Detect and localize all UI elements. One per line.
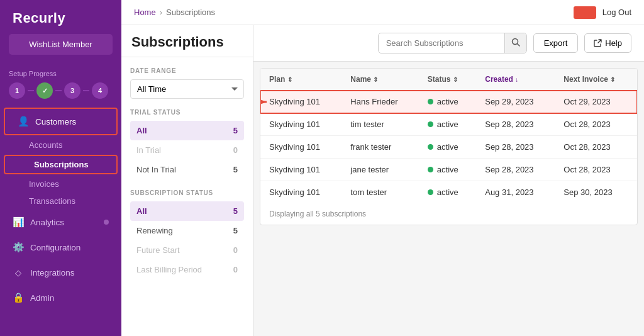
future-start-label: Future Start <box>136 245 180 255</box>
help-button[interactable]: Help <box>584 33 631 53</box>
sidebar-item-integrations[interactable]: ◇ Integrations <box>0 260 121 285</box>
col-next-invoice[interactable]: Next Invoice ⇕ <box>555 69 637 91</box>
trial-status-label: TRIAL STATUS <box>130 109 244 116</box>
status-dot <box>428 144 433 150</box>
search-button[interactable] <box>504 33 526 53</box>
subscription-status-options: All 5 Renewing 5 Future Start 0 Last B <box>130 201 244 279</box>
cell-created: Sep 29, 2023 <box>476 91 555 113</box>
cell-next-invoice: Oct 28, 2023 <box>555 136 637 159</box>
help-label: Help <box>605 38 622 48</box>
renewing-count: 5 <box>233 226 238 235</box>
step-4[interactable]: 4 <box>92 82 108 99</box>
setup-progress: Setup Progress 1 ✓ 3 4 <box>0 65 121 106</box>
configuration-label: Configuration <box>30 243 80 252</box>
page-title: Subscriptions <box>131 34 243 50</box>
cell-created: Sep 28, 2023 <box>476 136 555 159</box>
customers-icon: 👤 <box>18 116 29 127</box>
step-1[interactable]: 1 <box>9 82 25 99</box>
last-billing-count: 0 <box>233 265 238 274</box>
step-connector-2 <box>55 90 62 91</box>
topbar: Home › Subscriptions Log Out <box>121 0 644 25</box>
left-panel: Subscriptions DATE RANGE All Time TRIAL … <box>121 25 253 336</box>
in-trial-count: 0 <box>233 145 238 155</box>
logout-button[interactable]: Log Out <box>602 8 631 17</box>
sub-status-renewing[interactable]: Renewing 5 <box>130 221 244 240</box>
table-row[interactable]: Skydiving 101 frank tester active Sep 28… <box>260 136 637 159</box>
sidebar-item-admin[interactable]: 🔒 Admin <box>0 285 121 310</box>
cell-name: jane tester <box>341 159 418 181</box>
sub-status-last-billing: Last Billing Period 0 <box>130 260 244 279</box>
search-bar <box>378 33 527 53</box>
sidebar-item-customers[interactable]: 👤 Customers <box>5 109 116 134</box>
customers-label: Customers <box>35 117 76 126</box>
trial-all-count: 5 <box>233 126 238 135</box>
status-sort-icon: ⇕ <box>453 76 458 83</box>
cell-name: tom tester <box>341 181 418 204</box>
sidebar-item-invoices[interactable]: Invoices <box>0 176 121 193</box>
status-dot <box>428 121 433 127</box>
cell-status: active <box>419 113 476 136</box>
col-status[interactable]: Status ⇕ <box>419 69 476 91</box>
sidebar-item-accounts[interactable]: Accounts <box>0 137 121 154</box>
sidebar-item-configuration[interactable]: ⚙️ Configuration <box>0 235 121 260</box>
table-row[interactable]: Skydiving 101 jane tester active Sep 28,… <box>260 159 637 181</box>
not-in-trial-label: Not In Trial <box>136 165 176 174</box>
setup-steps: 1 ✓ 3 4 <box>9 82 113 99</box>
cell-plan: Skydiving 101 <box>260 181 341 204</box>
topbar-right: Log Out <box>574 6 631 19</box>
svg-line-1 <box>517 44 519 47</box>
col-created[interactable]: Created ↓ <box>476 69 555 91</box>
subscription-status-label: SUBSCRIPTION STATUS <box>130 189 244 196</box>
step-connector-1 <box>28 90 34 91</box>
main-content: Home › Subscriptions Log Out Subscriptio… <box>121 0 644 336</box>
status-dot <box>428 167 433 172</box>
subscription-status-filter: SUBSCRIPTION STATUS All 5 Renewing 5 Fut… <box>130 189 244 279</box>
cell-plan: Skydiving 101 <box>260 136 341 159</box>
table-row[interactable]: Skydiving 101 Hans Frieder active Sep 29… <box>260 91 637 113</box>
sidebar-item-analytics[interactable]: 📊 Analytics <box>0 210 121 235</box>
trial-status-all[interactable]: All 5 <box>130 121 244 140</box>
configuration-icon: ⚙️ <box>13 242 24 253</box>
table-row[interactable]: Skydiving 101 tom tester active Aug 31, … <box>260 181 637 204</box>
integrations-icon: ◇ <box>13 267 24 278</box>
status-dot <box>428 189 433 195</box>
cell-next-invoice: Oct 28, 2023 <box>555 113 637 136</box>
not-in-trial-count: 5 <box>233 165 238 174</box>
trial-status-options: All 5 In Trial 0 Not In Trial 5 <box>130 121 244 179</box>
table-body: Skydiving 101 Hans Frieder active Sep 29… <box>260 91 637 204</box>
in-trial-label: In Trial <box>136 145 161 155</box>
breadcrumb-home[interactable]: Home <box>134 8 156 17</box>
sidebar: Recurly WishList Member Setup Progress 1… <box>0 0 121 336</box>
logo: Recurly <box>0 0 121 34</box>
sub-status-all[interactable]: All 5 <box>130 201 244 221</box>
step-2[interactable]: ✓ <box>36 82 53 99</box>
date-range-select[interactable]: All Time <box>130 79 244 99</box>
cell-next-invoice: Oct 28, 2023 <box>555 159 637 181</box>
name-sort-icon: ⇕ <box>373 76 378 83</box>
renewing-label: Renewing <box>136 226 173 235</box>
member-button[interactable]: WishList Member <box>9 34 113 55</box>
step-3[interactable]: 3 <box>64 82 80 99</box>
setup-progress-label: Setup Progress <box>9 70 113 77</box>
export-button[interactable]: Export <box>533 33 579 53</box>
sidebar-item-subscriptions[interactable]: Subscriptions <box>5 156 116 173</box>
date-range-label: DATE RANGE <box>130 67 244 74</box>
analytics-label: Analytics <box>30 218 64 227</box>
trial-status-not-in-trial[interactable]: Not In Trial 5 <box>130 160 244 179</box>
table-footer: Displaying all 5 subscriptions <box>260 203 637 225</box>
trial-status-in-trial: In Trial 0 <box>130 140 244 160</box>
cell-name: tim tester <box>341 113 418 136</box>
sidebar-item-transactions[interactable]: Transactions <box>0 193 121 210</box>
table-row[interactable]: Skydiving 101 tim tester active Sep 28, … <box>260 113 637 136</box>
col-name[interactable]: Name ⇕ <box>341 69 418 91</box>
future-start-count: 0 <box>233 245 238 255</box>
sub-all-label: All <box>136 206 147 216</box>
cell-created: Sep 28, 2023 <box>476 159 555 181</box>
search-input[interactable] <box>379 34 504 52</box>
next-invoice-sort-icon: ⇕ <box>610 76 615 83</box>
cell-status: active <box>419 136 476 159</box>
created-sort-icon: ↓ <box>515 76 518 83</box>
cell-plan: Skydiving 101 <box>260 113 341 136</box>
col-plan[interactable]: Plan ⇕ <box>260 69 341 91</box>
table-container: Plan ⇕ Name ⇕ Status ⇕ Created ↓ Next In… <box>253 62 644 336</box>
